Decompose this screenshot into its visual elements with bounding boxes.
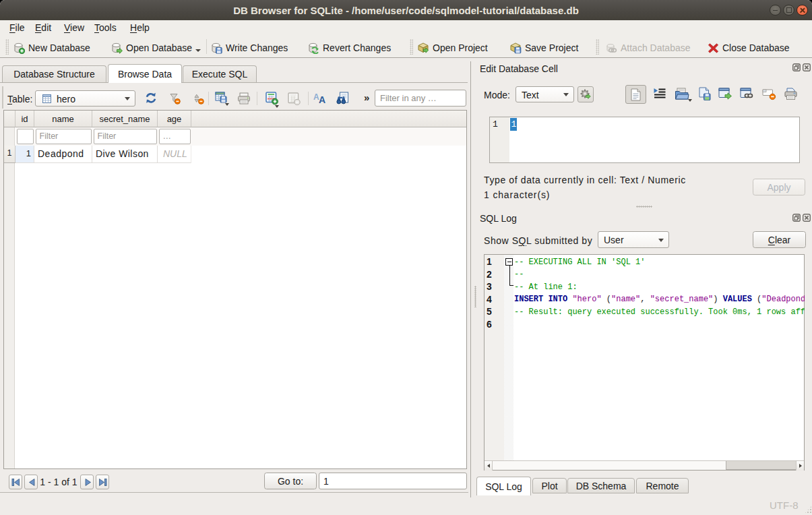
svg-text:A: A [319,94,325,104]
